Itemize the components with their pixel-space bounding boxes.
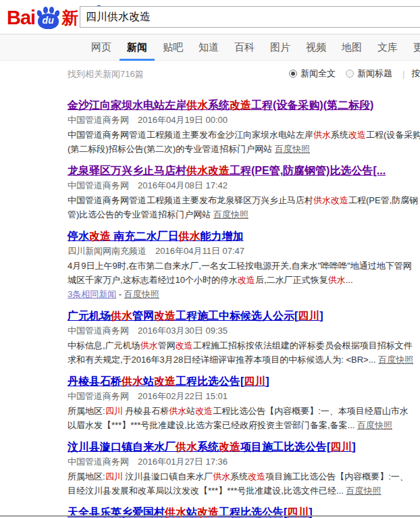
tab-webpage[interactable]: 网页 bbox=[91, 34, 111, 60]
sort-by-focus-link[interactable]: 按焦点排序 bbox=[411, 68, 420, 80]
result-snippet-line: 求和有关规定,于2016年3月28日经详细评审推荐本项目的中标候选人为: <BR… bbox=[68, 353, 420, 367]
result-snippet-line: 3条相同新闻 - 百度快照 bbox=[68, 287, 420, 301]
result-date: 2016年04月19日 00:00 bbox=[138, 115, 228, 125]
result-source: 中国管道商务网 bbox=[68, 115, 129, 125]
page-header: Bai du 新闻 bbox=[0, 0, 420, 34]
tab-maps[interactable]: 地图 bbox=[342, 34, 362, 60]
search-input[interactable] bbox=[80, 6, 420, 28]
result-title-link[interactable]: 金沙江向家坝水电站左岸供水系统改造工程(设备采购)(第二标段) bbox=[68, 99, 373, 112]
filter-label-title[interactable]: 新闻标题 bbox=[357, 68, 392, 80]
tab-wenku[interactable]: 文库 bbox=[377, 34, 398, 60]
search-result: 龙泉驿区万兴乡止马店村供水改造工程(PE管,防腐钢管)比选公告[...中国管道商… bbox=[68, 164, 420, 222]
result-source: 中国管道商务网 bbox=[68, 457, 129, 467]
tab-images[interactable]: 图片 bbox=[270, 34, 290, 60]
filter-label-fulltext[interactable]: 新闻全文 bbox=[300, 68, 336, 80]
result-title-link[interactable]: 停水改造 南充二水厂日供水能力增加 bbox=[68, 230, 243, 243]
baidu-cache-link[interactable]: 百度快照 bbox=[213, 209, 248, 219]
tab-video[interactable]: 视频 bbox=[306, 34, 326, 60]
result-date: 2016年04月11日 07:47 bbox=[155, 246, 244, 256]
baidu-cache-link[interactable]: 百度快照 bbox=[275, 144, 310, 154]
tab-baike[interactable]: 百科 bbox=[234, 34, 255, 60]
result-snippet-line: 4月9日上午9时,在市第二自来水厂,一名女工轻按电源开关,自来水"哗哗哗"地通过… bbox=[68, 259, 420, 273]
result-snippet-line: 以眉水发【***】***号批准建设,比选方案已经政府投资主管部门备案,备案...… bbox=[68, 418, 420, 432]
result-meta: 四川新闻网南充频道2016年04月11日 07:47 bbox=[68, 245, 420, 257]
tab-more[interactable]: 更多 bbox=[413, 34, 420, 60]
result-date: 2016年01月27日 17:36 bbox=[138, 457, 228, 467]
result-title-link[interactable]: 汶川县漩口镇自来水厂供水系统改造项目施工比选公告[四川] bbox=[68, 440, 356, 454]
baidu-cache-link[interactable]: 百度快照 bbox=[346, 486, 381, 496]
logo-bai-text: Bai bbox=[7, 7, 35, 29]
tab-zhidao[interactable]: 知道 bbox=[199, 34, 219, 60]
search-result: 汶川县漩口镇自来水厂供水系统改造项目施工比选公告[四川]中国管道商务网2016年… bbox=[68, 440, 420, 498]
result-snippet-line: 目经汶川县发展和改革局以汶发改【***】***号批准建设,比选文件已经... 百… bbox=[68, 484, 420, 498]
result-snippet-line: 城区千家万户,这标志着经过10个小时的停水改造后,二水厂正式恢复供水... bbox=[68, 273, 420, 287]
result-meta: 中国管道商务网2016年04月08日 17:42 bbox=[68, 180, 420, 191]
result-snippet-line: 中国管道商务网管道工程频道主要发布龙泉驿区万兴乡止马店村供水改造工程(PE管,防… bbox=[68, 193, 420, 207]
result-snippet-line: 中标信息,广元机场供水管网改造工程施工招标按依法组建的评标委员会根据项目招标文件 bbox=[68, 338, 420, 353]
result-source: 中国管道商务网 bbox=[68, 180, 129, 190]
filter-group: 新闻全文新闻标题 | 按焦点排序 bbox=[289, 68, 420, 80]
results-list: 金沙江向家坝水电站左岸供水系统改造工程(设备采购)(第二标段)中国管道商务网20… bbox=[68, 86, 420, 518]
baidu-cache-link[interactable]: 百度快照 bbox=[378, 355, 413, 365]
result-meta: 中国管道商务网2016年04月19日 00:00 bbox=[68, 114, 420, 126]
result-count: 找到相关新闻716篇 bbox=[68, 68, 144, 80]
window-bottom-edge bbox=[0, 515, 420, 517]
filter-divider: | bbox=[402, 69, 404, 79]
result-snippet-line: 所属地区:四川 丹棱县石桥供水站改造工程比选公告【内容概要】:一、本项目经眉山市… bbox=[68, 404, 420, 418]
result-source: 四川新闻网南充频道 bbox=[68, 246, 147, 256]
result-snippet-line: 管)比选公告的专业管道招标门户网站 百度快照 bbox=[68, 207, 420, 222]
search-result: 广元机场供水管网改造工程施工中标候选人公示[四川]中国管道商务网2016年03月… bbox=[68, 309, 420, 367]
search-result: 停水改造 南充二水厂日供水能力增加四川新闻网南充频道2016年04月11日 07… bbox=[68, 230, 420, 301]
baidu-cache-link[interactable]: 百度快照 bbox=[357, 420, 392, 430]
tab-tieba[interactable]: 贴吧 bbox=[163, 34, 183, 60]
vertical-nav-tabs: 网页新闻贴吧知道百科图片视频地图文库更多 bbox=[0, 34, 420, 61]
search-result: 金沙江向家坝水电站左岸供水系统改造工程(设备采购)(第二标段)中国管道商务网20… bbox=[68, 99, 420, 156]
baidu-paw-icon: du bbox=[36, 5, 59, 30]
result-title-link[interactable]: 龙泉驿区万兴乡止马店村供水改造工程(PE管,防腐钢管)比选公告[... bbox=[68, 164, 386, 178]
result-meta: 中国管道商务网2016年02月22日 15:01 bbox=[68, 390, 420, 402]
related-news-link[interactable]: 3条相同新闻 bbox=[68, 289, 116, 299]
result-date: 2016年03月30日 09:35 bbox=[138, 326, 228, 336]
result-meta: 中国管道商务网2016年01月27日 17:36 bbox=[68, 456, 420, 467]
result-title-link[interactable]: 广元机场供水管网改造工程施工中标候选人公示[四川] bbox=[68, 309, 323, 323]
result-meta-row: 找到相关新闻716篇 新闻全文新闻标题 | 按焦点排序 bbox=[0, 61, 420, 86]
radio-fulltext[interactable] bbox=[289, 70, 297, 78]
logo-du-text: du bbox=[36, 15, 59, 26]
result-source: 中国管道商务网 bbox=[68, 391, 129, 401]
result-snippet-line: 所属地区:四川 汶川县漩口镇自来水厂供水系统改造项目施工比选公告【内容概要】:一… bbox=[68, 469, 420, 484]
result-snippet-line: 中国管道商务网管道工程频道主要发布金沙江向家坝水电站左岸供水系统改造工程(设备采… bbox=[68, 128, 420, 142]
result-source: 中国管道商务网 bbox=[68, 326, 129, 336]
result-snippet-line: (第二标段)招标公告(第二次)的专业管道招标门户网站 百度快照 bbox=[68, 142, 420, 156]
radio-title[interactable] bbox=[346, 70, 354, 78]
tab-news[interactable]: 新闻 bbox=[127, 34, 147, 60]
result-meta: 中国管道商务网2016年03月30日 09:35 bbox=[68, 325, 420, 336]
result-title-link[interactable]: 丹棱县石桥供水站改造工程比选公告[四川] bbox=[68, 375, 269, 388]
result-date: 2016年02月22日 15:01 bbox=[138, 391, 228, 401]
result-date: 2016年04月08日 17:42 bbox=[138, 180, 228, 190]
baidu-cache-link[interactable]: 百度快照 bbox=[124, 289, 159, 299]
search-result: 丹棱县石桥供水站改造工程比选公告[四川]中国管道商务网2016年02月22日 1… bbox=[68, 375, 420, 432]
filter-radios: 新闻全文新闻标题 bbox=[289, 68, 402, 80]
